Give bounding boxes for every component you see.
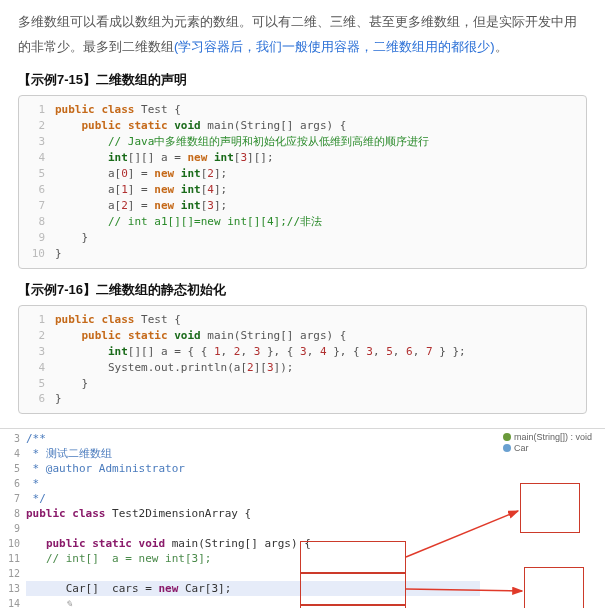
- intro-paragraph: 多维数组可以看成以数组为元素的数组。可以有二维、三维、甚至更多维数组，但是实际开…: [18, 10, 587, 59]
- ide-panel: 3456789101112131415161718192021222324 /*…: [0, 428, 605, 608]
- outline-view[interactable]: main(String[]) : void Car: [503, 431, 603, 454]
- outline-main[interactable]: main(String[]) : void: [514, 432, 592, 442]
- heading-example-7-15: 【示例7-15】二维数组的声明: [18, 71, 587, 89]
- array-slot-1: [300, 573, 406, 605]
- heading-example-7-16: 【示例7-16】二维数组的静态初始化: [18, 281, 587, 299]
- obj-box-0: [520, 483, 580, 533]
- class-icon: [503, 444, 511, 452]
- outline-car[interactable]: Car: [514, 443, 529, 453]
- editor[interactable]: 3456789101112131415161718192021222324 /*…: [0, 429, 480, 608]
- code-block-7-16: 1public class Test {2 public static void…: [18, 305, 587, 415]
- array-slot-0: [300, 541, 406, 573]
- code-block-7-15: 1public class Test {2 public static void…: [18, 95, 587, 268]
- method-icon: [503, 433, 511, 441]
- obj-box-1: [524, 567, 584, 608]
